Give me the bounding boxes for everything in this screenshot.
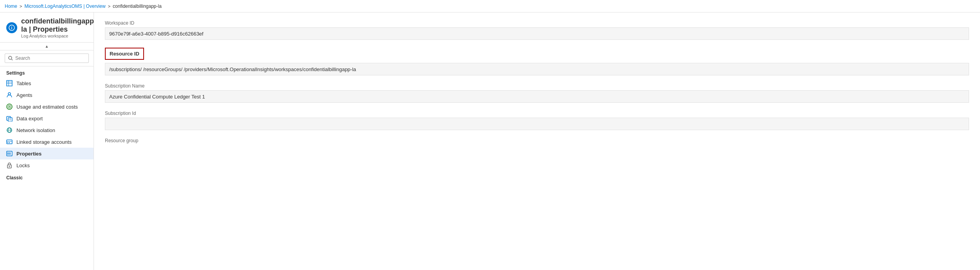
subscription-id-group: Subscription Id [105, 111, 969, 130]
breadcrumb-sep1: > [20, 4, 22, 9]
sidebar-item-linked-storage[interactable]: Linked storage accounts [0, 136, 94, 148]
sidebar-item-export-label: Data export [16, 116, 43, 122]
resource-group-label: Resource group [105, 138, 969, 143]
classic-section-label: Classic [0, 171, 94, 182]
search-input[interactable] [15, 55, 85, 61]
svg-rect-21 [7, 142, 8, 143]
sidebar-item-network-isolation[interactable]: Network isolation [0, 124, 94, 136]
export-icon [6, 115, 13, 122]
breadcrumb-sep2: > [108, 4, 110, 9]
svg-point-2 [9, 56, 12, 59]
subscription-name-label: Subscription Name [105, 83, 969, 89]
breadcrumb: Home > Microsoft.LogAnalyticsOMS | Overv… [0, 0, 980, 13]
resource-id-value: /subscriptions/ /resourceGroups/ /provid… [105, 63, 969, 75]
resource-id-label: Resource ID [105, 48, 144, 60]
sidebar-item-agents-label: Agents [16, 92, 32, 98]
sidebar-item-agents[interactable]: Agents [0, 89, 94, 101]
workspace-id-label: Workspace ID [105, 20, 969, 26]
storage-icon [6, 139, 13, 145]
scroll-up-indicator: ▲ [0, 43, 94, 50]
properties-icon [6, 150, 13, 157]
svg-point-11 [9, 106, 10, 107]
main-content: Workspace ID 9670e79f-a6e3-4007-b895-d91… [94, 13, 980, 270]
page-title: confidentialbillingapp-la | Properties [21, 17, 94, 34]
breadcrumb-current: confidentialbillingapp-la [113, 4, 162, 9]
subscription-name-value: Azure Confidential Compute Ledger Test 1 [105, 90, 969, 103]
breadcrumb-analytics[interactable]: Microsoft.LogAnalyticsOMS | Overview [24, 4, 105, 9]
svg-rect-19 [7, 140, 12, 144]
sidebar-item-data-export[interactable]: Data export [0, 113, 94, 124]
svg-line-3 [12, 59, 13, 61]
sidebar-item-storage-label: Linked storage accounts [16, 139, 72, 145]
sidebar-item-locks[interactable]: Locks [0, 159, 94, 171]
sidebar-item-usage-costs[interactable]: Usage and estimated costs [0, 101, 94, 113]
locks-icon [6, 162, 13, 168]
subscription-id-value [105, 118, 969, 130]
svg-rect-23 [7, 151, 12, 156]
svg-point-8 [8, 93, 11, 95]
sidebar: i confidentialbillingapp-la | Properties… [0, 13, 94, 270]
sidebar-item-locks-label: Locks [16, 163, 30, 168]
search-icon [8, 56, 13, 61]
settings-section-label: Settings [0, 66, 94, 77]
svg-text:i: i [11, 26, 13, 30]
sidebar-item-usage-label: Usage and estimated costs [16, 104, 78, 110]
sidebar-item-tables-label: Tables [16, 80, 31, 86]
usage-icon [6, 104, 13, 110]
sidebar-search-container [0, 50, 94, 66]
subscription-id-label: Subscription Id [105, 111, 969, 116]
svg-rect-22 [9, 142, 10, 143]
sidebar-item-network-label: Network isolation [16, 127, 55, 133]
page-subtitle: Log Analytics workspace [21, 34, 94, 38]
agents-icon [6, 92, 13, 98]
sidebar-item-tables[interactable]: Tables [0, 77, 94, 89]
sidebar-item-properties[interactable]: Properties [0, 148, 94, 159]
page-header: i confidentialbillingapp-la | Properties… [0, 13, 94, 43]
subscription-name-group: Subscription Name Azure Confidential Com… [105, 83, 969, 103]
svg-rect-13 [8, 118, 12, 122]
sidebar-item-properties-label: Properties [16, 151, 41, 157]
resource-group-group: Resource group [105, 138, 969, 143]
svg-rect-4 [7, 80, 12, 86]
svg-point-28 [9, 166, 10, 167]
breadcrumb-home[interactable]: Home [5, 4, 17, 9]
page-icon: i [6, 22, 17, 33]
resource-id-group: Resource ID /subscriptions/ /resourceGro… [105, 48, 969, 75]
workspace-id-group: Workspace ID 9670e79f-a6e3-4007-b895-d91… [105, 20, 969, 40]
workspace-id-value: 9670e79f-a6e3-4007-b895-d916c62663ef [105, 27, 969, 40]
network-icon [6, 127, 13, 133]
table-icon [6, 80, 13, 86]
